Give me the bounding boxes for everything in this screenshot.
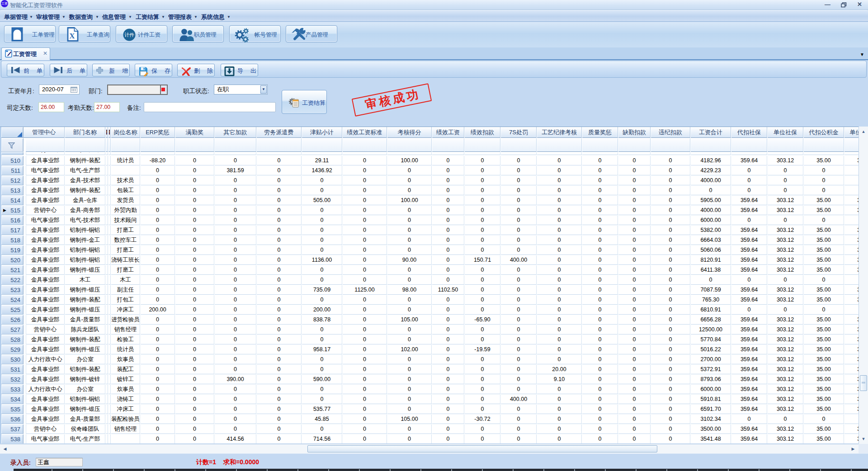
svg-text:X: X bbox=[69, 32, 75, 40]
svg-text:计件: 计件 bbox=[124, 32, 134, 38]
